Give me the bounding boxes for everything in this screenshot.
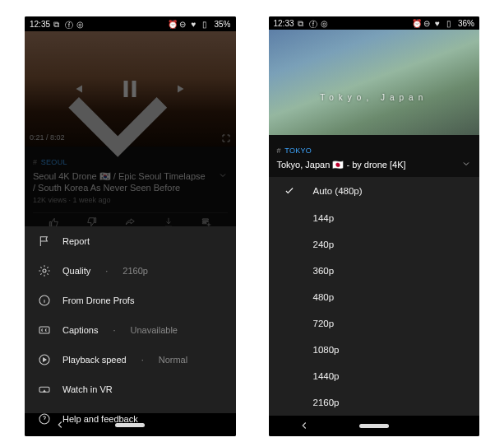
svg-rect-7: [132, 81, 136, 97]
svg-rect-12: [39, 387, 49, 392]
back-icon[interactable]: [298, 420, 310, 431]
menu-help[interactable]: Help and feedback: [25, 404, 236, 434]
twitch-icon: ⧉: [53, 20, 62, 28]
phone-left: 12:35 ⧉ ⓕ ◎ ⏰ ⊖ ♥ ▯ 35%: [25, 16, 236, 436]
facebook-icon: ⓕ: [65, 20, 73, 28]
gear-icon: [38, 264, 51, 277]
data-icon: ♥: [435, 19, 443, 27]
fullscreen-icon[interactable]: [221, 133, 231, 143]
spotify-icon: ◎: [321, 19, 329, 27]
quality-label: 1080p: [313, 345, 340, 355]
spotify-icon: ◎: [76, 20, 85, 28]
twitch-icon: ⧉: [298, 19, 306, 27]
vr-icon: [38, 383, 51, 396]
quality-option[interactable]: 480p: [269, 284, 480, 310]
alarm-icon: ⏰: [168, 20, 176, 28]
battery-pct: 35%: [214, 20, 230, 29]
menu-speed[interactable]: Playback speed·Normal: [25, 345, 236, 375]
help-icon: [38, 412, 51, 426]
video-player[interactable]: 0:21 / 8:02: [25, 31, 236, 147]
battery-icon: ▯: [446, 19, 455, 27]
quality-label: 1440p: [313, 371, 340, 381]
status-time: 12:35: [30, 20, 50, 29]
status-bar: 12:35 ⧉ ⓕ ◎ ⏰ ⊖ ♥ ▯ 35%: [25, 16, 236, 31]
quality-option[interactable]: 240p: [269, 231, 480, 258]
quality-option[interactable]: Auto (480p): [269, 177, 480, 205]
video-info: # TOKYO Tokyo, Japan 🇯🇵 - by drone [4K]: [269, 135, 480, 177]
quality-label: 144p: [313, 213, 335, 223]
quality-label: 480p: [313, 292, 335, 302]
expand-icon[interactable]: [461, 159, 471, 169]
android-navbar: [269, 416, 480, 436]
quality-option[interactable]: 1440p: [269, 363, 480, 389]
hash-icon: #: [277, 147, 281, 155]
previous-icon[interactable]: [70, 81, 85, 96]
menu-quality[interactable]: Quality·2160p: [25, 256, 236, 286]
quality-option[interactable]: 720p: [269, 310, 480, 337]
dnd-icon: ⊖: [423, 19, 432, 27]
menu-captions[interactable]: Captions·Unavailable: [25, 315, 236, 345]
quality-label: 360p: [313, 266, 335, 276]
battery-icon: ▯: [202, 20, 210, 28]
battery-pct: 36%: [458, 19, 474, 28]
chevron-down-icon[interactable]: [30, 36, 206, 213]
quality-option[interactable]: 144p: [269, 205, 480, 231]
check-icon: [284, 185, 295, 197]
quality-option[interactable]: 2160p: [269, 389, 480, 416]
video-title[interactable]: Tokyo, Japan 🇯🇵 - by drone [4K]: [277, 159, 462, 170]
status-time: 12:33: [274, 19, 294, 28]
alarm-icon: ⏰: [412, 19, 420, 27]
pause-icon[interactable]: [118, 77, 142, 101]
flag-icon: [38, 235, 51, 248]
status-bar: 12:33 ⧉ ⓕ ◎ ⏰ ⊖ ♥ ▯ 36%: [269, 16, 480, 30]
menu-report[interactable]: Report: [25, 226, 236, 256]
svg-rect-10: [39, 327, 49, 333]
svg-rect-6: [124, 81, 128, 97]
hashtag-link[interactable]: TOKYO: [284, 147, 312, 155]
next-icon[interactable]: [175, 81, 190, 96]
data-icon: ♥: [191, 20, 199, 28]
play-circle-icon: [38, 353, 51, 366]
quality-label: 720p: [313, 319, 335, 328]
quality-option[interactable]: 1080p: [269, 337, 480, 363]
video-thumbnail[interactable]: Tokyo, Japan: [269, 30, 480, 134]
quality-menu: Auto (480p)144p240p360p480p720p1080p1440…: [269, 177, 480, 416]
quality-option[interactable]: 360p: [269, 258, 480, 284]
quality-label: 240p: [313, 240, 335, 249]
time-label: 0:21 / 8:02: [30, 133, 65, 143]
dnd-icon: ⊖: [179, 20, 187, 28]
quality-label: Auto (480p): [313, 186, 363, 196]
home-pill[interactable]: [359, 424, 389, 428]
info-icon: [38, 294, 51, 307]
facebook-icon: ⓕ: [309, 19, 317, 27]
options-menu: Report Quality·2160p From Drone Profs Ca…: [25, 226, 236, 413]
phone-right: 12:33 ⧉ ⓕ ◎ ⏰ ⊖ ♥ ▯ 36% Tokyo, Japan # T…: [269, 16, 480, 436]
overlay-text: Tokyo, Japan: [269, 93, 480, 102]
menu-vr[interactable]: Watch in VR: [25, 375, 236, 404]
svg-point-8: [43, 269, 46, 272]
quality-label: 2160p: [313, 398, 340, 407]
menu-channel[interactable]: From Drone Profs: [25, 286, 236, 315]
cc-icon: [38, 323, 51, 337]
